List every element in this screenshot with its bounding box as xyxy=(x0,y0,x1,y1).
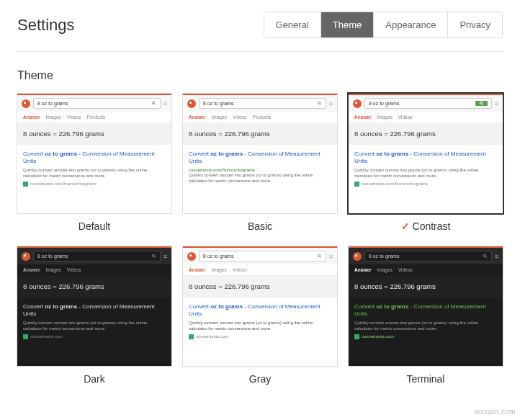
result-url: convertunits.com/from/oz/to/grams xyxy=(354,182,497,187)
nav-images: Images xyxy=(45,115,60,120)
theme-preview-gray[interactable]: 8 oz to grams 🔍︎ ≡ Answer Images Videos … xyxy=(183,246,337,366)
tab-privacy[interactable]: Privacy xyxy=(448,12,502,37)
search-query: 8 oz to grams xyxy=(37,254,68,259)
tab-theme[interactable]: Theme xyxy=(321,12,374,37)
theme-option-dark[interactable]: 8 oz to grams 🔍︎ ≡ Answer Images Videos … xyxy=(17,246,171,385)
search-bar: 8 oz to grams 🔍︎ ≡ xyxy=(183,95,337,112)
theme-preview-contrast[interactable]: 8 oz to grams 🔍︎ ≡ Answer Images Videos … xyxy=(349,94,503,213)
theme-preview-dark[interactable]: 8 oz to grams 🔍︎ ≡ Answer Images Videos … xyxy=(17,246,171,366)
search-bar: 8 oz to grams 🔍︎ ≡ xyxy=(17,95,171,112)
theme-option-contrast[interactable]: 8 oz to grams 🔍︎ ≡ Answer Images Videos … xyxy=(349,94,503,232)
theme-label: Dark xyxy=(84,373,105,385)
search-icon: 🔍︎ xyxy=(317,254,322,259)
search-query: 8 oz to grams xyxy=(369,101,399,106)
result-nav: Answer Images Videos xyxy=(349,264,503,275)
search-bar: 8 oz to grams 🔍︎ ≡ xyxy=(349,95,503,112)
theme-option-default[interactable]: 8 oz to grams 🔍︎ ≡ Answer Images VideosP… xyxy=(17,94,171,232)
nav-products: Products xyxy=(87,115,106,120)
duckduckgo-logo-icon xyxy=(187,252,196,261)
nav-answer: Answer xyxy=(354,267,371,272)
nav-videos: Videos xyxy=(398,115,413,120)
search-input: 8 oz to grams 🔍︎ xyxy=(33,98,161,109)
answer-text: 8 ounces = 226.796 grams xyxy=(23,282,166,290)
nav-videos: Videos xyxy=(398,267,413,272)
menu-icon: ≡ xyxy=(495,100,498,107)
answer-text: 8 ounces = 226.796 grams xyxy=(23,130,166,138)
tab-general[interactable]: General xyxy=(264,12,321,37)
theme-option-gray[interactable]: 8 oz to grams 🔍︎ ≡ Answer Images Videos … xyxy=(183,246,337,385)
favicon-icon xyxy=(23,182,28,187)
nav-answer: Answer xyxy=(354,115,371,120)
search-input: 8 oz to grams 🔍︎ xyxy=(199,98,326,109)
search-result: Convert oz to grams - Conversion of Meas… xyxy=(17,298,171,344)
result-title: Convert oz to grams - Conversion of Meas… xyxy=(354,303,497,318)
menu-icon: ≡ xyxy=(495,253,498,260)
favicon-icon xyxy=(354,182,359,187)
result-nav: Answer Images VideosProducts xyxy=(17,112,171,122)
nav-videos: Videos xyxy=(67,115,81,120)
settings-tabs: GeneralThemeAppearancePrivacy xyxy=(264,12,503,38)
search-input: 8 oz to grams 🔍︎ xyxy=(364,251,492,262)
duckduckgo-logo-icon xyxy=(22,252,30,261)
search-bar: 8 oz to grams 🔍︎ ≡ xyxy=(17,248,171,264)
theme-label: ✓Contrast xyxy=(401,220,451,232)
theme-preview-default[interactable]: 8 oz to grams 🔍︎ ≡ Answer Images VideosP… xyxy=(17,94,171,213)
nav-images: Images xyxy=(45,267,60,272)
instant-answer: 8 ounces = 226.796 grams xyxy=(183,275,337,298)
search-icon: 🔍︎ xyxy=(151,101,156,106)
answer-text: 8 ounces = 226.796 grams xyxy=(189,282,331,290)
search-icon: 🔍︎ xyxy=(483,254,488,259)
result-desc: Quickly convert ounces into grams (oz to… xyxy=(189,320,331,332)
theme-label: Terminal xyxy=(407,373,445,385)
section-title: Theme xyxy=(17,69,503,82)
favicon-icon xyxy=(354,334,359,339)
nav-images: Images xyxy=(211,115,226,120)
search-icon: 🔍︎ xyxy=(151,254,156,259)
search-query: 8 oz to grams xyxy=(37,101,68,106)
nav-answer: Answer xyxy=(23,267,40,272)
search-result: Convert oz to grams - Conversion of Meas… xyxy=(17,145,171,191)
nav-answer: Answer xyxy=(23,115,40,120)
result-url: convertunits.com xyxy=(23,334,166,339)
search-bar: 8 oz to grams 🔍︎ ≡ xyxy=(349,248,503,264)
result-nav: Answer Images Videos xyxy=(17,264,171,275)
favicon-icon xyxy=(189,334,194,339)
result-url: convertunits.com/from/oz/to/grams xyxy=(23,182,166,187)
menu-icon: ≡ xyxy=(329,253,333,260)
menu-icon: ≡ xyxy=(163,253,167,260)
nav-answer: Answer xyxy=(189,267,205,272)
nav-videos: Videos xyxy=(67,267,81,272)
result-url: convertunits.com xyxy=(354,334,497,339)
result-desc: Quickly convert ounces into grams (oz to… xyxy=(189,172,331,184)
theme-option-terminal[interactable]: 8 oz to grams 🔍︎ ≡ Answer Images Videos … xyxy=(349,246,503,385)
result-nav: Answer Images VideosProducts xyxy=(183,112,337,122)
result-title: Convert oz to grams - Conversion of Meas… xyxy=(23,303,166,318)
result-desc: Quickly convert ounces into grams (oz to… xyxy=(23,167,166,179)
theme-preview-basic[interactable]: 8 oz to grams 🔍︎ ≡ Answer Images VideosP… xyxy=(183,94,337,213)
settings-header: Settings GeneralThemeAppearancePrivacy xyxy=(17,12,503,52)
theme-option-basic[interactable]: 8 oz to grams 🔍︎ ≡ Answer Images VideosP… xyxy=(183,94,337,232)
result-desc: Quickly convert ounces into grams (oz to… xyxy=(354,320,497,332)
search-bar: 8 oz to grams 🔍︎ ≡ xyxy=(183,248,337,264)
result-title: Convert oz to grams - Conversion of Meas… xyxy=(23,151,166,166)
search-result: Convert oz to grams - Conversion of Meas… xyxy=(349,298,503,344)
result-title: Convert oz to grams - Conversion of Meas… xyxy=(189,151,331,166)
search-input: 8 oz to grams 🔍︎ xyxy=(33,251,161,262)
menu-icon: ≡ xyxy=(329,100,333,107)
checkmark-icon: ✓ xyxy=(401,220,410,232)
nav-products: Products xyxy=(253,115,272,120)
theme-preview-terminal[interactable]: 8 oz to grams 🔍︎ ≡ Answer Images Videos … xyxy=(349,246,503,366)
tab-appearance[interactable]: Appearance xyxy=(374,12,448,37)
instant-answer: 8 ounces = 226.796 grams xyxy=(17,122,171,145)
instant-answer: 8 ounces = 226.796 grams xyxy=(349,122,503,145)
duckduckgo-logo-icon xyxy=(353,252,362,261)
theme-label: Basic xyxy=(248,220,272,232)
theme-label: Gray xyxy=(249,373,271,385)
answer-text: 8 ounces = 226.796 grams xyxy=(354,282,497,290)
page-title: Settings xyxy=(17,16,75,35)
search-result: Convert oz to grams - Conversion of Meas… xyxy=(183,145,337,189)
search-query: 8 oz to grams xyxy=(369,254,399,259)
result-nav: Answer Images Videos xyxy=(183,264,337,275)
search-input: 8 oz to grams 🔍︎ xyxy=(199,251,326,262)
theme-grid: 8 oz to grams 🔍︎ ≡ Answer Images VideosP… xyxy=(17,94,503,385)
